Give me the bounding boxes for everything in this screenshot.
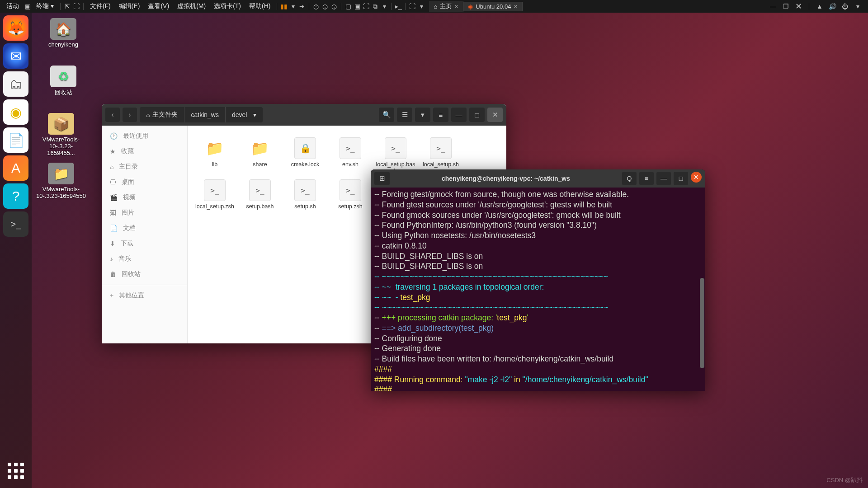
menu-vm[interactable]: 虚拟机(M) bbox=[174, 1, 209, 11]
layout-icon-5[interactable]: ▾ bbox=[380, 2, 388, 10]
file-cmake-lock[interactable]: 🔒cmake.lock bbox=[283, 135, 328, 177]
menu-edit[interactable]: 编辑(E) bbox=[115, 1, 144, 11]
menu-view[interactable]: 查看(V) bbox=[144, 1, 173, 11]
snapshot-mgr-icon[interactable]: ◶ bbox=[321, 2, 329, 10]
dock-thunderbird[interactable]: ✉ bbox=[3, 43, 28, 69]
terminal-search-button[interactable]: Q bbox=[622, 172, 637, 185]
window-minimize-button[interactable]: — bbox=[451, 108, 467, 122]
menu-file[interactable]: 文件(F) bbox=[86, 1, 114, 11]
hamburger-menu-button[interactable]: ≡ bbox=[433, 108, 448, 122]
folder-icon: 📁 bbox=[204, 137, 226, 159]
layout-icon-4[interactable]: ⧉ bbox=[371, 2, 379, 10]
dock-firefox[interactable]: 🦊 bbox=[3, 15, 28, 41]
folder-lib[interactable]: 📁lib bbox=[192, 135, 237, 177]
desktop-vmtools-1[interactable]: 📦 VMwareTools-10-.3.23-1659455... bbox=[36, 113, 86, 156]
pause-icon[interactable]: ▮▮ bbox=[280, 2, 288, 10]
layout-icon-3[interactable]: ⛶ bbox=[362, 2, 370, 10]
terminal-minimize-button[interactable]: — bbox=[656, 172, 671, 185]
close-icon[interactable]: ✕ bbox=[454, 4, 458, 9]
fullscreen-icon[interactable]: ⛶ bbox=[72, 2, 80, 10]
sidebar-videos[interactable]: 🎬视频 bbox=[102, 190, 187, 205]
sidebar-pictures[interactable]: 🖼图片 bbox=[102, 205, 187, 221]
file-env-sh[interactable]: >_env.sh bbox=[328, 135, 373, 177]
file-local-setup-zsh[interactable]: >_local_setup.zsh bbox=[192, 177, 237, 212]
script-icon: >_ bbox=[294, 179, 316, 201]
window-min-icon[interactable]: — bbox=[769, 2, 777, 10]
nav-forward-button[interactable]: › bbox=[123, 108, 137, 122]
menu-help[interactable]: 帮助(H) bbox=[245, 1, 274, 11]
dock-writer[interactable]: 📄 bbox=[3, 127, 28, 153]
file-manager-sidebar: 🕐最近使用 ★收藏 ⌂主目录 🖵桌面 🎬视频 🖼图片 📄文档 ⬇下载 ♪音乐 🗑… bbox=[102, 126, 188, 343]
tab-ubuntu[interactable]: ◉ Ubuntu 20.04 ✕ bbox=[463, 2, 523, 11]
sidebar-starred[interactable]: ★收藏 bbox=[102, 144, 187, 159]
breadcrumb-home[interactable]: ⌂主文件夹 bbox=[140, 107, 184, 122]
sidebar-other-locations[interactable]: +其他位置 bbox=[102, 288, 187, 303]
sidebar-music[interactable]: ♪音乐 bbox=[102, 251, 187, 267]
console-icon[interactable]: ▸_ bbox=[394, 2, 402, 10]
sidebar-trash[interactable]: 🗑回收站 bbox=[102, 267, 187, 282]
display-icon[interactable]: ⛶ bbox=[408, 2, 416, 10]
power-icon[interactable]: ⏻ bbox=[841, 2, 849, 10]
system-chevron-icon[interactable]: ▾ bbox=[854, 2, 862, 10]
home-icon: ⌂ bbox=[146, 111, 150, 118]
file-setup-bash[interactable]: >_setup.bash bbox=[237, 177, 283, 212]
app-menu[interactable]: 终端 ▾ bbox=[33, 1, 57, 11]
file-setup-zsh[interactable]: >_setup.zsh bbox=[328, 177, 373, 212]
terminal-app-icon: ▣ bbox=[24, 2, 32, 10]
dock-rhythmbox[interactable]: ◉ bbox=[3, 99, 28, 125]
dock-software[interactable]: A bbox=[3, 155, 28, 181]
menu-tabs[interactable]: 选项卡(T) bbox=[210, 1, 245, 11]
video-icon: 🎬 bbox=[110, 194, 118, 201]
file-setup-sh[interactable]: >_setup.sh bbox=[283, 177, 328, 212]
dock-help[interactable]: ? bbox=[3, 183, 28, 209]
folder-share[interactable]: 📁share bbox=[237, 135, 283, 177]
sidebar-downloads[interactable]: ⬇下载 bbox=[102, 236, 187, 251]
layout-icon-2[interactable]: ▣ bbox=[353, 2, 361, 10]
star-icon: ★ bbox=[110, 148, 116, 155]
breadcrumb-catkin[interactable]: catkin_ws bbox=[184, 107, 225, 122]
view-dropdown-button[interactable]: ▾ bbox=[415, 108, 430, 122]
network-icon[interactable]: ▲ bbox=[816, 2, 824, 10]
sidebar-desktop[interactable]: 🖵桌面 bbox=[102, 174, 187, 190]
desktop-trash[interactable]: ♻ 回收站 bbox=[38, 66, 88, 97]
terminal-menu-button[interactable]: ≡ bbox=[639, 172, 654, 185]
pin-icon[interactable]: ⇱ bbox=[63, 2, 71, 10]
dock: 🦊 ✉ 🗂 ◉ 📄 A ? >_ bbox=[0, 13, 32, 488]
terminal-maximize-button[interactable]: □ bbox=[674, 172, 688, 185]
dock-terminal[interactable]: >_ bbox=[3, 211, 28, 237]
home-icon: ⌂ bbox=[434, 3, 437, 10]
layout-icon-1[interactable]: ▢ bbox=[344, 2, 352, 10]
scrollbar-thumb[interactable] bbox=[700, 278, 704, 368]
view-list-button[interactable]: ☰ bbox=[397, 108, 412, 122]
breadcrumb-devel[interactable]: devel ▾ bbox=[226, 107, 263, 122]
snapshot-icon[interactable]: ◷ bbox=[312, 2, 320, 10]
snapshot-rev-icon[interactable]: ◵ bbox=[330, 2, 338, 10]
sidebar-recent[interactable]: 🕐最近使用 bbox=[102, 128, 187, 144]
vm-chevron-icon[interactable]: ▾ bbox=[289, 2, 297, 10]
breadcrumb: ⌂主文件夹 catkin_ws devel ▾ bbox=[140, 107, 263, 122]
terminal-close-button[interactable]: ✕ bbox=[691, 172, 702, 183]
desktop-vmtools-2[interactable]: 📁 VMwareTools-10-.3.23-16594550 bbox=[36, 163, 86, 199]
dock-files[interactable]: 🗂 bbox=[3, 71, 28, 97]
tab-home[interactable]: ⌂ 主页 ✕ bbox=[429, 1, 463, 12]
search-button[interactable]: 🔍 bbox=[379, 108, 394, 122]
new-tab-button[interactable]: ⊞ bbox=[374, 172, 390, 185]
document-icon: 📄 bbox=[110, 225, 118, 232]
recent-icon: 🕐 bbox=[110, 132, 118, 140]
activities-button[interactable]: 活动 bbox=[3, 1, 23, 11]
window-restore-icon[interactable]: ❐ bbox=[782, 2, 790, 10]
window-close-button[interactable]: ✕ bbox=[487, 108, 503, 122]
desktop-home-folder[interactable]: 🏠 chenyikeng bbox=[38, 18, 88, 48]
vm-send-icon[interactable]: ⇥ bbox=[298, 2, 306, 10]
display-chevron-icon[interactable]: ▾ bbox=[417, 2, 425, 10]
nav-back-button[interactable]: ‹ bbox=[105, 108, 120, 122]
window-maximize-button[interactable]: □ bbox=[469, 108, 485, 122]
terminal-body[interactable]: -- Forcing gtest/gmock from source, thou… bbox=[371, 188, 705, 391]
sidebar-home[interactable]: ⌂主目录 bbox=[102, 159, 187, 174]
dock-apps-grid[interactable] bbox=[3, 458, 28, 483]
window-close-icon[interactable]: ✕ bbox=[794, 2, 802, 10]
top-menubar: 活动 ▣ 终端 ▾ ⇱ ⛶ 文件(F) 编辑(E) 查看(V) 虚拟机(M) 选… bbox=[0, 0, 868, 13]
close-icon[interactable]: ✕ bbox=[514, 4, 518, 9]
volume-icon[interactable]: 🔊 bbox=[828, 2, 836, 10]
sidebar-documents[interactable]: 📄文档 bbox=[102, 221, 187, 236]
